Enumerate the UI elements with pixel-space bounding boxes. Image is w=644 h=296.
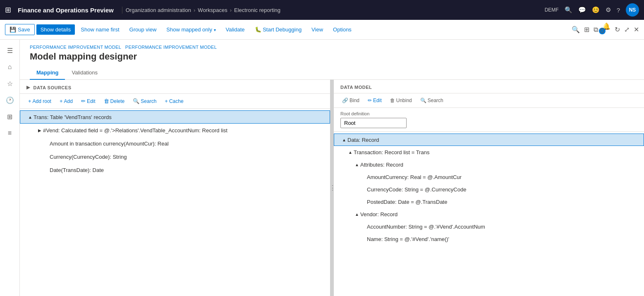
main-toolbar: 💾 Save Show details Show name first Grou… xyxy=(0,20,644,40)
search-icon-nav[interactable]: 🔍 xyxy=(565,6,572,14)
sidebar-list[interactable]: ≡ xyxy=(2,126,17,141)
help-icon[interactable]: ? xyxy=(617,7,620,14)
apps-icon[interactable]: ⊞ xyxy=(5,5,11,14)
trans-label: Trans: Table 'VendTrans' records xyxy=(34,114,325,120)
dm-search-btn[interactable]: 🔍 Search xyxy=(417,96,447,105)
ds-search-icon: 🔍 xyxy=(133,98,139,104)
dm-item-name[interactable]: ▶ Name: String = @.'#Vend'.'name()' xyxy=(334,233,644,245)
tab-validations[interactable]: Validations xyxy=(65,66,104,80)
notification-badge: 0 xyxy=(599,28,606,34)
dm-edit-btn[interactable]: ✏ Edit xyxy=(364,96,385,105)
dm-item-amountcurrency[interactable]: ▶ AmountCurrency: Real = @.AmountCur xyxy=(334,171,644,183)
show-details-button[interactable]: Show details xyxy=(36,24,75,35)
tree-item-amount[interactable]: Amount in transaction currency(AmountCur… xyxy=(20,137,330,150)
ds-add-btn[interactable]: + Add xyxy=(56,96,76,106)
sidebar-recent[interactable]: 🕐 xyxy=(2,93,17,107)
dm-edit-icon: ✏ xyxy=(368,98,372,103)
vend-expand[interactable]: ▶ xyxy=(36,128,43,133)
cache-icon: + xyxy=(165,98,168,104)
trans-expand[interactable]: ▲ xyxy=(27,115,34,119)
attributes-label: Attributes: Record xyxy=(360,162,639,168)
accountnumber-label: AccountNumber: String = @.'#Vend'.Accoun… xyxy=(367,224,639,230)
refresh-icon[interactable]: ↻ xyxy=(615,26,620,33)
breadcrumb-sep-2: › xyxy=(230,7,232,13)
breadcrumb-org[interactable]: Organization administration xyxy=(126,7,191,13)
dm-toolbar: 🔗 Bind ✏ Edit 🗑 Unbind 🔍 Search xyxy=(334,93,644,108)
dm-item-accountnumber[interactable]: ▶ AccountNumber: String = @.'#Vend'.Acco… xyxy=(334,220,644,233)
tree-item-vend[interactable]: ▶ #Vend: Calculated field = @.'>Relation… xyxy=(20,124,330,137)
dm-item-transaction[interactable]: ▲ Transaction: Record list = Trans xyxy=(334,146,644,158)
emoji-icon[interactable]: 😊 xyxy=(592,6,600,14)
data-model-panel: DATA MODEL 🔗 Bind ✏ Edit 🗑 Unbind xyxy=(334,80,644,296)
dm-item-data[interactable]: ▲ Data: Record xyxy=(334,134,644,146)
ds-edit-btn[interactable]: ✏ Edit xyxy=(78,96,99,106)
dm-item-currencycode[interactable]: ▶ CurrencyCode: String = @.CurrencyCode xyxy=(334,183,644,196)
options-button[interactable]: Options xyxy=(329,24,356,35)
toolbar-right-icons: 🔍 ⊞ ⧉ 🔔 0 ↻ ⤢ ✕ xyxy=(572,22,639,37)
settings-icon[interactable]: ⚙ xyxy=(606,6,611,14)
grid-icon-toolbar[interactable]: ⊞ xyxy=(584,26,589,33)
date-label: Date(TransDate): Date xyxy=(50,167,325,173)
breadcrumb-sep-1: › xyxy=(194,7,195,13)
currency-label: Currency(CurrencyCode): String xyxy=(50,154,325,160)
show-mapped-only-button[interactable]: Show mapped only ▾ xyxy=(162,24,220,35)
tree-item-date[interactable]: Date(TransDate): Date xyxy=(20,163,330,177)
user-avatar[interactable]: NS xyxy=(626,3,639,17)
tab-mapping[interactable]: Mapping xyxy=(30,66,65,80)
data-expand[interactable]: ▲ xyxy=(341,138,347,142)
view-button[interactable]: View xyxy=(307,24,327,35)
save-icon: 💾 xyxy=(10,26,16,33)
ds-panel-title: DATA SOURCES xyxy=(34,85,72,90)
ds-delete-btn[interactable]: 🗑 Delete xyxy=(101,96,128,106)
dm-item-attributes[interactable]: ▲ Attributes: Record xyxy=(334,158,644,171)
chat-icon[interactable]: 💬 xyxy=(578,6,586,14)
sidebar-hamburger[interactable]: ☰ xyxy=(2,43,17,58)
sidebar-home[interactable]: ⌂ xyxy=(2,60,17,74)
page-header: PERFORMANCE IMPROVEMENT MODEL PERFORMANC… xyxy=(20,40,644,80)
search-icon-toolbar[interactable]: 🔍 xyxy=(572,26,580,33)
tree-item-currency[interactable]: Currency(CurrencyCode): String xyxy=(20,150,330,163)
notification-icon[interactable]: 🔔 0 xyxy=(602,22,610,37)
start-debugging-button[interactable]: 🐛 Start Debugging xyxy=(251,24,306,35)
ds-expand-icon[interactable]: ▶ xyxy=(26,85,30,90)
dm-item-posteddate[interactable]: ▶ PostedDate: Date = @.TransDate xyxy=(334,196,644,208)
ds-toolbar: + Add root + Add ✏ Edit 🗑 Delete xyxy=(20,94,330,109)
ds-add-root-btn[interactable]: + Add root xyxy=(25,96,55,106)
popout-icon[interactable]: ⤢ xyxy=(624,26,630,33)
root-value-input[interactable] xyxy=(340,118,407,128)
env-label: DEMF xyxy=(545,7,559,13)
dm-bind-btn[interactable]: 🔗 Bind xyxy=(339,96,363,105)
sidebar-workspaces[interactable]: ⊞ xyxy=(2,109,17,124)
top-nav: ⊞ Finance and Operations Preview Organiz… xyxy=(0,0,644,20)
bind-icon: 🔗 xyxy=(342,98,348,103)
save-button[interactable]: 💾 Save xyxy=(5,24,35,35)
close-icon[interactable]: ✕ xyxy=(634,26,639,33)
edit-icon: ✏ xyxy=(81,98,86,104)
name-label: Name: String = @.'#Vend'.'name()' xyxy=(367,236,639,242)
vend-label: #Vend: Calculated field = @.'>Relations'… xyxy=(43,127,325,134)
page-title: Model mapping designer xyxy=(30,51,634,62)
validate-button[interactable]: Validate xyxy=(222,24,249,35)
expand-icon-toolbar[interactable]: ⧉ xyxy=(594,26,598,33)
breadcrumb-er[interactable]: Electronic reporting xyxy=(234,7,280,13)
dm-panel-header: DATA MODEL xyxy=(334,80,644,93)
ds-cache-btn[interactable]: + Cache xyxy=(161,96,187,106)
ds-search-btn[interactable]: 🔍 Search xyxy=(129,96,160,106)
mapping-area: ▶ DATA SOURCES + Add root + Add ✏ Edit xyxy=(20,80,644,296)
tree-item-trans[interactable]: ▲ Trans: Table 'VendTrans' records xyxy=(20,110,330,124)
currencycode-label: CurrencyCode: String = @.CurrencyCode xyxy=(367,186,639,193)
dm-item-vendor[interactable]: ▲ Vendor: Record xyxy=(334,208,644,220)
page-breadcrumb: PERFORMANCE IMPROVEMENT MODEL PERFORMANC… xyxy=(30,45,634,50)
breadcrumb: Organization administration › Workspaces… xyxy=(126,7,541,13)
dm-unbind-btn[interactable]: 🗑 Unbind xyxy=(387,96,415,105)
breadcrumb-workspaces[interactable]: Workspaces xyxy=(198,7,227,13)
attributes-expand[interactable]: ▲ xyxy=(354,162,360,167)
vendor-expand[interactable]: ▲ xyxy=(354,212,360,217)
breadcrumb-model1[interactable]: PERFORMANCE IMPROVEMENT MODEL xyxy=(30,45,121,50)
delete-icon: 🗑 xyxy=(104,98,109,104)
group-view-button[interactable]: Group view xyxy=(125,24,161,35)
add-root-icon: + xyxy=(28,98,31,104)
transaction-expand[interactable]: ▲ xyxy=(347,150,354,155)
show-name-first-button[interactable]: Show name first xyxy=(77,24,123,35)
sidebar-favorites[interactable]: ☆ xyxy=(2,76,17,91)
